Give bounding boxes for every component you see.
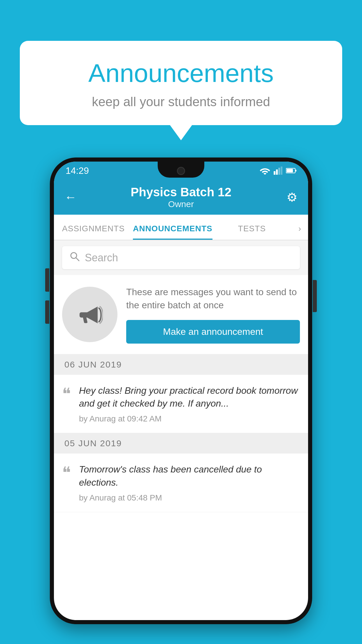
top-bar-title: Physics Batch 12 Owner [85, 185, 277, 209]
svg-rect-3 [281, 167, 282, 175]
battery-icon [286, 168, 296, 174]
status-icons [260, 167, 296, 175]
quote-icon-2: ❝ [62, 465, 71, 481]
speech-bubble-container: Announcements keep all your students inf… [20, 41, 342, 125]
svg-rect-0 [274, 171, 275, 175]
svg-line-8 [76, 258, 79, 261]
svg-rect-6 [287, 169, 293, 172]
power-button [313, 280, 317, 312]
phone-notch [158, 162, 204, 178]
message-text-1[interactable]: Hey class! Bring your practical record b… [79, 384, 300, 410]
speech-bubble-subtitle: keep all your students informed [43, 94, 319, 109]
search-bar[interactable]: Search [62, 246, 300, 269]
speech-bubble: Announcements keep all your students inf… [20, 41, 342, 125]
volume-down-button [45, 300, 49, 324]
svg-rect-5 [295, 170, 296, 172]
tabs: ASSIGNMENTS ANNOUNCEMENTS TESTS › [54, 215, 308, 240]
make-announcement-button[interactable]: Make an announcement [126, 320, 300, 344]
message-meta-2: by Anurag at 05:48 PM [79, 493, 300, 503]
class-role: Owner [85, 199, 277, 209]
back-button[interactable]: ← [64, 190, 85, 204]
camera-dot [177, 167, 185, 175]
class-name: Physics Batch 12 [85, 185, 277, 199]
svg-rect-1 [276, 169, 278, 175]
date-separator-1: 06 JUN 2019 [54, 354, 308, 375]
svg-rect-2 [278, 168, 280, 175]
message-content-2: Tomorrow's class has been cancelled due … [79, 463, 300, 503]
tab-more[interactable]: › [291, 224, 308, 240]
date-separator-2: 05 JUN 2019 [54, 433, 308, 454]
message-text-2[interactable]: Tomorrow's class has been cancelled due … [79, 463, 300, 489]
status-time: 14:29 [66, 165, 89, 176]
announcement-icon-circle [62, 287, 117, 342]
announcement-card: These are messages you want to send to t… [54, 275, 308, 354]
message-meta-1: by Anurag at 09:42 AM [79, 414, 300, 424]
search-section: Search [54, 240, 308, 275]
signal-icon [274, 167, 282, 175]
phone-frame: 14:29 [50, 158, 312, 624]
tab-tests[interactable]: TESTS [212, 224, 291, 240]
message-content-1: Hey class! Bring your practical record b… [79, 384, 300, 424]
announcement-description: These are messages you want to send to t… [126, 286, 300, 312]
search-input[interactable]: Search [85, 252, 118, 264]
tab-announcements[interactable]: ANNOUNCEMENTS [133, 224, 212, 240]
quote-icon-1: ❝ [62, 386, 71, 402]
speech-bubble-title: Announcements [43, 58, 319, 88]
wifi-icon [260, 167, 270, 175]
search-icon [70, 251, 80, 264]
top-bar: ← Physics Batch 12 Owner ⚙ [54, 180, 308, 215]
tab-assignments[interactable]: ASSIGNMENTS [54, 224, 133, 240]
settings-button[interactable]: ⚙ [277, 190, 298, 204]
message-item-1: ❝ Hey class! Bring your practical record… [54, 375, 308, 433]
phone-container: 14:29 [50, 158, 312, 624]
message-item-2: ❝ Tomorrow's class has been cancelled du… [54, 454, 308, 512]
phone-screen: 14:29 [54, 162, 308, 620]
megaphone-icon [77, 301, 103, 328]
announcement-card-content: These are messages you want to send to t… [126, 286, 300, 344]
